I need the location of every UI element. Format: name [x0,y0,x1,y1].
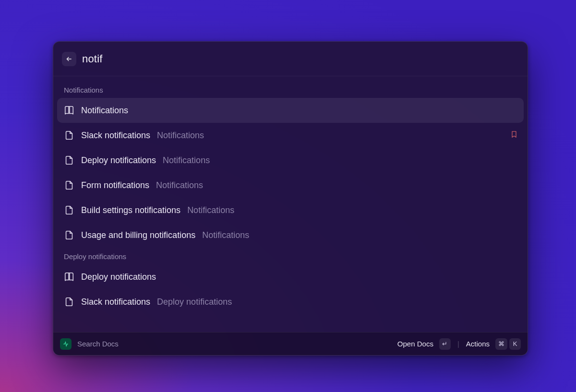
footer-hint: Search Docs [77,340,119,348]
bookmark-icon [510,130,518,141]
file-icon [64,130,74,141]
open-docs-action[interactable]: Open Docs [397,340,433,348]
file-icon [64,155,74,166]
footer-bar: Search Docs Open Docs ↵ | Actions ⌘ K [53,332,528,355]
result-item[interactable]: Slack notificationsNotifications [57,123,524,148]
section-title: Notifications [57,81,524,98]
result-item[interactable]: Deploy notifications [57,264,524,289]
result-title: Deploy notifications [81,155,156,166]
result-item[interactable]: Build settings notificationsNotification… [57,198,524,223]
book-icon [64,272,74,282]
result-parent: Notifications [163,155,210,166]
command-palette: NotificationsNotificationsSlack notifica… [53,41,528,356]
arrow-left-icon [65,55,73,63]
result-title: Notifications [81,106,128,116]
result-parent: Notifications [187,205,234,215]
search-header [53,42,528,76]
result-item[interactable]: Deploy notificationsNotifications [57,148,524,173]
result-item[interactable]: Notifications [57,98,524,123]
actions-action[interactable]: Actions [466,340,490,348]
cmd-key-icon: ⌘ [495,338,507,350]
footer-separator: | [457,340,459,348]
result-item[interactable]: Slack notificationsDeploy notifications [57,289,524,314]
result-title: Usage and billing notifications [81,230,195,240]
result-title: Deploy notifications [81,272,156,282]
result-title: Slack notifications [81,131,150,141]
back-button[interactable] [62,52,76,66]
result-parent: Notifications [202,230,249,240]
result-parent: Notifications [156,180,203,190]
file-icon [64,230,74,240]
file-icon [64,205,74,215]
results-list: NotificationsNotificationsSlack notifica… [53,76,528,332]
section-title: Deploy notifications [57,248,524,264]
result-parent: Deploy notifications [157,297,232,307]
app-badge-icon [60,338,72,350]
file-icon [64,297,74,307]
enter-key-icon: ↵ [439,338,451,350]
k-key-icon: K [509,338,521,350]
file-icon [64,180,74,190]
result-item[interactable]: Usage and billing notificationsNotificat… [57,223,524,248]
result-item[interactable]: Form notificationsNotifications [57,173,524,198]
result-title: Form notifications [81,180,149,190]
result-title: Slack notifications [81,297,150,307]
result-title: Build settings notifications [81,205,180,215]
search-input[interactable] [82,53,519,65]
result-parent: Notifications [157,131,204,141]
book-icon [64,105,74,116]
